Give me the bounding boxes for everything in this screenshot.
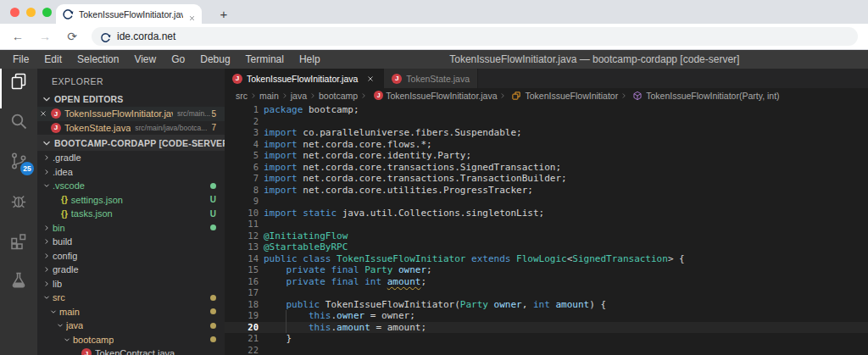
code-line[interactable]: 4import net.corda.core.flows.*; [225, 139, 868, 151]
git-untracked-dot [210, 183, 216, 189]
code-line[interactable]: 5import net.corda.core.identity.Party; [225, 150, 868, 162]
tree-item-java[interactable]: java [37, 319, 225, 333]
code-line[interactable]: 7import net.corda.core.transactions.Tran… [225, 173, 868, 185]
activity-debug-button[interactable] [0, 188, 37, 228]
explorer-icon [8, 71, 29, 92]
menu-terminal[interactable]: Terminal [238, 50, 292, 69]
breadcrumb-item[interactable]: TokenIssueFlowInitiator(Party, int) [646, 91, 779, 101]
breadcrumb-separator-icon [620, 92, 628, 100]
tree-item-src[interactable]: src [37, 291, 225, 305]
code-line[interactable]: 10import static java.util.Collections.si… [225, 208, 868, 219]
tree-item--vscode[interactable]: .vscode [37, 179, 225, 193]
tree-item-bin[interactable]: bin [37, 221, 225, 236]
open-editor-item[interactable]: JTokenIssueFlowInitiator.javasrc/main...… [37, 107, 225, 121]
code-line[interactable]: 21 } [225, 333, 868, 345]
forward-icon[interactable]: → [37, 30, 53, 43]
java-file-icon: J [374, 91, 383, 100]
tree-item-main[interactable]: main [37, 305, 225, 319]
menu-help[interactable]: Help [292, 50, 328, 69]
activity-explorer-button[interactable] [0, 69, 37, 108]
activity-source-control-button[interactable]: 25 [0, 148, 37, 188]
open-editor-item[interactable]: JTokenState.javasrc/main/java/bootca...7 [37, 121, 225, 136]
code-text: private final int amount; [259, 276, 426, 288]
tree-item--gradle[interactable]: .gradle [37, 151, 225, 165]
address-bar[interactable]: ide.corda.net [92, 27, 858, 46]
browser-tab[interactable]: TokenIssueFlowInitiator.java — bootcamp-… [56, 4, 202, 24]
breadcrumb-item[interactable]: TokenIssueFlowInitiator [525, 91, 618, 101]
code-line[interactable]: 20 this.amount = amount; [225, 322, 868, 334]
close-window-button[interactable] [10, 8, 19, 17]
editor-tab[interactable]: JTokenIssueFlowInitiator.java [225, 69, 384, 88]
tree-item-tokencontract-java[interactable]: JTokenContract.java [37, 347, 225, 355]
maximize-window-button[interactable] [42, 8, 52, 17]
code-line[interactable]: 1package bootcamp; [225, 104, 868, 116]
tree-item-label: config [53, 251, 77, 261]
breadcrumb-separator-icon [281, 92, 289, 100]
back-icon[interactable]: ← [10, 30, 25, 43]
code-line[interactable]: 15 private final Party owner; [225, 264, 868, 276]
activity-search-button[interactable] [0, 108, 37, 148]
tree-item-build[interactable]: build [37, 235, 225, 249]
indent-guide [286, 310, 287, 322]
breadcrumb-item[interactable]: java [291, 91, 307, 101]
menu-edit[interactable]: Edit [36, 50, 70, 69]
code-text: public class TokenIssueFlowInitiator ext… [259, 253, 685, 265]
file-tree: .gradle.idea.vscode{}settings.jsonU{}tas… [37, 151, 225, 355]
code-line[interactable]: 18 public TokenIssueFlowInitiator(Party … [225, 299, 868, 311]
line-number: 7 [225, 173, 259, 185]
git-untracked-dot [210, 225, 216, 230]
minimize-window-button[interactable] [26, 8, 36, 17]
tree-item-settings-json[interactable]: {}settings.jsonU [37, 193, 225, 208]
editor-tab-label: TokenState.java [406, 74, 470, 84]
code-line[interactable]: 13@StartableByRPC [225, 241, 868, 253]
menu-view[interactable]: View [126, 50, 164, 69]
menu-debug[interactable]: Debug [192, 50, 237, 69]
breadcrumb-item[interactable]: main [259, 91, 279, 101]
close-editor-icon[interactable] [37, 108, 49, 119]
project-root-header[interactable]: BOOTCAMP-CORDAPP [CODE-SERVER] [37, 135, 225, 151]
tree-item-gradle[interactable]: gradle [37, 263, 225, 277]
tree-item-bootcamp[interactable]: bootcamp [37, 333, 225, 347]
code-line[interactable]: 14public class TokenIssueFlowInitiator e… [225, 253, 868, 265]
code-line[interactable]: 19 this.owner = owner; [225, 310, 868, 322]
line-number: 22 [225, 345, 259, 355]
sidebar-title: EXPLORER [37, 73, 225, 91]
close-tab-icon[interactable] [188, 10, 196, 18]
code-line[interactable]: 6import net.corda.core.transactions.Sign… [225, 162, 868, 174]
line-number: 19 [225, 310, 259, 322]
line-number: 15 [225, 264, 259, 276]
code-line[interactable]: 8import net.corda.core.utilities.Progres… [225, 185, 868, 197]
open-editors-header[interactable]: OPEN EDITORS [37, 91, 225, 107]
code-line[interactable]: 2 [225, 116, 868, 128]
editor-tab[interactable]: JTokenState.java [384, 69, 478, 88]
menu-selection[interactable]: Selection [70, 50, 126, 69]
tree-item-tasks-json[interactable]: {}tasks.jsonU [37, 207, 225, 221]
code-line[interactable]: 16 private final int amount; [225, 276, 868, 288]
code-line[interactable]: 12@InitiatingFlow [225, 230, 868, 242]
menu-go[interactable]: Go [164, 50, 192, 69]
tree-item-label: bin [53, 223, 65, 233]
tree-item-config[interactable]: config [37, 249, 225, 263]
breadcrumb-item[interactable]: TokenIssueFlowInitiator.java [386, 91, 497, 101]
window-controls [10, 8, 52, 17]
code-line[interactable]: 17 [225, 287, 868, 299]
new-tab-button[interactable]: + [214, 3, 234, 24]
code-line[interactable]: 9 [225, 196, 868, 208]
tree-item--idea[interactable]: .idea [37, 165, 225, 180]
code-line[interactable]: 3import co.paralleluniverse.fibers.Suspe… [225, 127, 868, 139]
activity-test-button[interactable] [0, 268, 37, 308]
code-editor[interactable]: 1package bootcamp;23import co.parallelun… [225, 103, 868, 355]
java-file-icon: J [81, 348, 92, 355]
activity-extensions-button[interactable] [0, 228, 37, 268]
breadcrumb-item[interactable]: bootcamp [319, 91, 358, 101]
code-text [259, 287, 264, 299]
line-number: 2 [225, 116, 259, 128]
breadcrumb-separator-icon [359, 92, 368, 100]
menu-file[interactable]: File [5, 50, 36, 69]
tree-item-lib[interactable]: lib [37, 277, 225, 291]
code-line[interactable]: 22 [225, 345, 868, 355]
breadcrumb-item[interactable]: src [236, 91, 248, 101]
close-tab-icon[interactable] [365, 74, 376, 84]
code-line[interactable]: 11 [225, 219, 868, 230]
reload-icon[interactable]: ⟳ [64, 30, 80, 43]
